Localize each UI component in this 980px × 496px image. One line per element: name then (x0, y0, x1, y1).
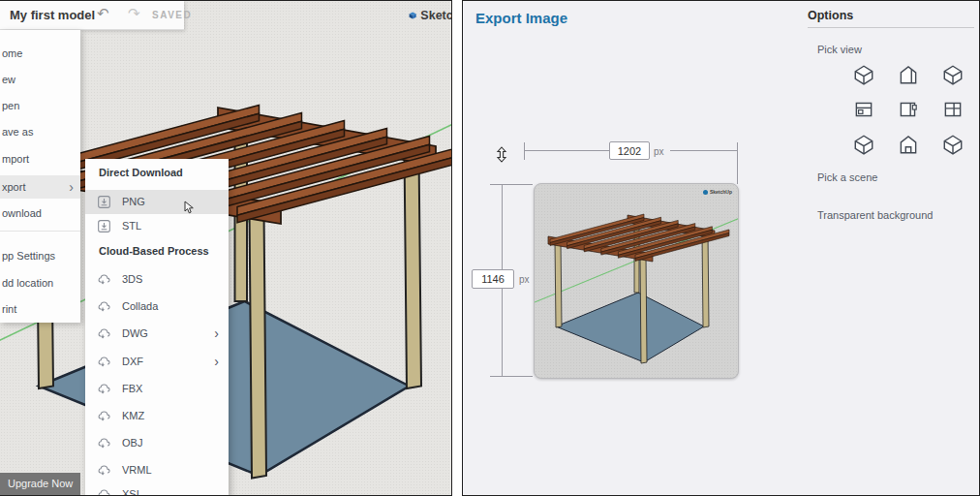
cloud-download-icon (98, 488, 111, 496)
undo-icon[interactable]: ↶ (97, 5, 109, 22)
width-input[interactable] (609, 141, 650, 160)
resize-vertical-cursor-icon (495, 146, 508, 163)
preview-model-image (535, 184, 739, 379)
view-home-icon[interactable] (897, 133, 920, 156)
export-image-dialog: Export Image Options Pick view Pick a sc… (462, 0, 980, 496)
download-box-icon (98, 220, 110, 232)
pick-scene-label[interactable]: Pick a scene (817, 171, 877, 183)
cloud-download-icon (98, 327, 111, 340)
submenu-item-collada[interactable]: Collada (85, 294, 229, 319)
submenu-item-dwg[interactable]: DWG › (85, 322, 229, 346)
sketchup-cube-icon (409, 9, 416, 22)
submenu-item-dxf[interactable]: DXF › (85, 350, 229, 374)
section-header-direct-download: Direct Download (99, 167, 229, 178)
view-bottom-back-icon[interactable] (941, 133, 965, 156)
width-dim-line-right (670, 150, 737, 151)
submenu-item-kmz[interactable]: KMZ (85, 404, 229, 428)
submenu-item-fbx[interactable]: FBX (85, 377, 229, 401)
cloud-download-icon (98, 410, 111, 422)
view-iso-right-icon[interactable] (941, 63, 965, 86)
section-header-cloud-process: Cloud-Based Process (99, 245, 229, 257)
view-bottom-iso-icon[interactable] (852, 133, 875, 156)
menu-divider (0, 231, 80, 232)
watermark-text: SketchUp (710, 189, 732, 195)
submenu-chevron-icon: › (214, 322, 219, 346)
view-front-icon[interactable] (897, 63, 920, 86)
submenu-chevron-icon: › (214, 350, 219, 374)
submenu-item-stl[interactable]: STL (85, 214, 229, 238)
options-divider (808, 27, 974, 28)
pick-view-grid (852, 63, 965, 156)
submenu-item-3ds[interactable]: 3DS (85, 267, 229, 292)
download-box-icon (98, 196, 110, 208)
cloud-download-icon (98, 437, 111, 450)
saved-status: SAVED (152, 10, 192, 20)
export-submenu: Direct Download PNG STL Cloud-Based Proc… (85, 159, 229, 496)
menu-item-print[interactable]: rint (0, 297, 80, 321)
mouse-pointer-icon (184, 201, 196, 214)
submenu-item-vrml[interactable]: VRML (85, 458, 229, 482)
transparent-background-label[interactable]: Transparent background (817, 209, 933, 221)
sketchup-app-window: My first model ↶ ↷ SAVED SketchUp ome ew… (0, 0, 452, 496)
menu-item-home[interactable]: ome (0, 42, 80, 65)
height-input[interactable] (472, 269, 514, 289)
width-dim-line-left (524, 150, 609, 151)
menu-item-import[interactable]: mport (0, 147, 80, 170)
redo-icon[interactable]: ↷ (128, 5, 140, 22)
export-preview: SketchUp (534, 183, 739, 379)
sketchup-logo-text: SketchUp (420, 9, 452, 22)
view-side-icon[interactable] (897, 98, 920, 121)
view-iso-icon[interactable] (852, 63, 875, 86)
file-menu: ome ew pen ave as mport xport › ownload … (0, 30, 80, 323)
submenu-item-obj[interactable]: OBJ (85, 431, 229, 455)
cloud-download-icon (98, 300, 111, 313)
cloud-download-icon (98, 464, 111, 477)
height-dim-tick-bottom (490, 376, 533, 377)
menu-item-save-as[interactable]: ave as (0, 120, 80, 143)
composite-screenshot: My first model ↶ ↷ SAVED SketchUp ome ew… (0, 0, 980, 496)
view-back-icon[interactable] (941, 98, 965, 121)
preview-watermark: SketchUp (703, 189, 732, 195)
view-top-icon[interactable] (852, 98, 875, 121)
cloud-download-icon (98, 356, 111, 368)
height-dim-tick-top (490, 184, 533, 185)
width-dim-tick-left (524, 142, 525, 160)
upgrade-now-button[interactable]: Upgrade Now (0, 473, 80, 495)
options-header: Options (808, 9, 853, 22)
menu-item-app-settings[interactable]: pp Settings (0, 244, 80, 267)
menu-item-new[interactable]: ew (0, 68, 80, 91)
sketchup-watermark-icon (703, 190, 708, 195)
submenu-item-png[interactable]: PNG (85, 190, 229, 214)
cloud-download-icon (98, 383, 111, 395)
pick-view-label: Pick view (817, 44, 862, 55)
height-unit-label: px (519, 274, 530, 285)
menu-item-open[interactable]: pen (0, 94, 80, 117)
document-header: My first model ↶ ↷ SAVED (0, 1, 184, 30)
menu-item-add-location[interactable]: dd location (0, 271, 80, 294)
model-title[interactable]: My first model (10, 8, 95, 22)
submenu-chevron-icon: › (69, 175, 74, 199)
cloud-download-icon (98, 273, 111, 286)
menu-item-export[interactable]: xport › (0, 175, 80, 199)
submenu-item-xsi[interactable]: XSI (85, 482, 229, 496)
width-dim-tick-right (737, 142, 738, 184)
menu-item-download[interactable]: ownload (0, 202, 80, 225)
dialog-title: Export Image (475, 10, 567, 26)
width-unit-label: px (654, 146, 664, 157)
sketchup-logo: SketchUp (409, 9, 452, 22)
